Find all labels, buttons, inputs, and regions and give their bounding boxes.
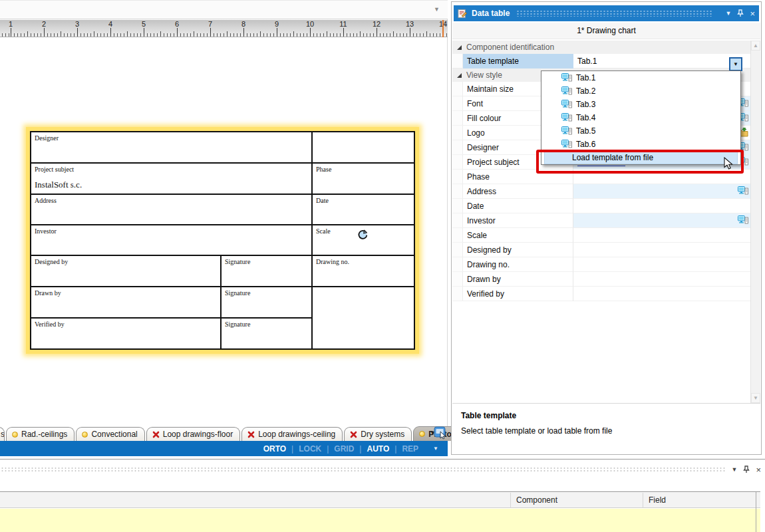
sheet-tab-bar: s Rad.-ceilings Convectional [0,426,448,441]
column-header-end [756,493,760,507]
status-toggle[interactable]: LOCK [286,444,321,454]
property-row[interactable]: Verified by [452,287,750,301]
cell-signature-1[interactable]: Signature [222,256,311,286]
property-row[interactable]: Designed by [452,243,750,257]
load-template-from-file-item[interactable]: Load template from file [544,151,738,164]
panel-close-icon[interactable]: × [750,9,755,18]
panel-titlebar[interactable]: Data table ▼ × [454,5,759,21]
dock-chevron-down-icon[interactable]: ▼ [731,467,737,473]
property-value[interactable] [573,243,750,257]
table-template-label: Table template [463,54,573,68]
horizontal-ruler: 1234567891011121314 [0,20,448,37]
table-template-monitor-icon [561,140,572,149]
property-value[interactable] [573,272,750,287]
collapse-triangle-icon[interactable] [457,45,462,50]
toolbar-chevron-down-icon[interactable]: ▼ [434,6,440,13]
panel-chevron-down-icon[interactable]: ▼ [725,11,731,17]
dropdown-item[interactable]: Tab.4 [541,111,740,124]
cell-signature-3[interactable]: Signature [222,319,311,348]
property-row[interactable]: Investor [452,213,750,228]
sheet-tab[interactable]: Dry systems [344,427,412,441]
collapse-triangle-icon[interactable] [457,73,462,78]
sheet-tab[interactable]: Loop drawings-ceiling [241,427,343,441]
sheet-tab[interactable]: Convectional [76,427,144,441]
cell-merged-empty[interactable] [313,287,414,348]
cell-signature-2[interactable]: Signature [222,287,311,317]
table-template-monitor-icon[interactable] [738,186,748,198]
property-value[interactable] [573,199,750,213]
cell-project-subject[interactable]: Project subject InstalSoft s.c. [31,164,311,194]
dock-pin-icon[interactable] [743,466,750,473]
property-value[interactable] [573,213,750,228]
sheet-tab[interactable]: s [0,427,5,441]
table-template-monitor-icon[interactable] [738,215,748,227]
dropdown-item[interactable]: Tab.6 [541,138,740,151]
ruler-number: 10 [306,20,314,28]
dock-titlebar[interactable]: ▼ × [1,464,761,475]
scroll-down-icon[interactable]: ▼ [751,393,760,403]
panel-scrollbar[interactable]: ▲ ▼ [750,41,760,403]
drawing-canvas[interactable]: ▼ 1234567891011121314 Designer Project s… [0,0,448,456]
sheet-tab[interactable]: Rad.-ceilings [6,427,75,441]
status-toggle[interactable]: REP [389,444,418,454]
cell-designer-value[interactable] [313,132,414,162]
dock-highlight-row[interactable] [0,509,760,532]
table-template-dropdown-button[interactable]: ▼ [729,57,742,71]
cell-phase[interactable]: Phase [313,164,414,194]
status-toggle[interactable]: AUTO [354,444,389,454]
bottom-dock-panel: ▼ × Component Field [0,459,765,532]
property-row[interactable]: Address [452,184,750,199]
statusbar-chevron-icon[interactable]: ▼ [433,446,438,452]
cell-address[interactable]: Address [31,195,311,224]
property-row[interactable]: Drawing no. [452,257,750,272]
titlebar-texture [1,467,725,472]
ruler-number: 6 [175,20,179,28]
property-label: Phase [463,170,573,184]
dropdown-item[interactable]: Tab.2 [541,84,740,98]
property-description: Table template Select table template or … [452,403,760,454]
cell-verified-by[interactable]: Verified by [31,319,220,348]
ruler-number: 4 [108,20,112,28]
property-value[interactable] [573,228,750,243]
printout-pointer-icon[interactable] [434,426,447,442]
property-value[interactable] [573,184,750,199]
table-template-monitor-icon [561,113,572,122]
property-row[interactable]: Phase [452,170,750,184]
dock-table-header: Component Field [0,493,760,508]
rotate-cursor-icon [357,229,369,243]
table-template-row[interactable]: Table template Tab.1 [452,54,750,68]
property-row[interactable]: Scale [452,228,750,243]
dock-table: Component Field [0,491,760,532]
property-value[interactable] [573,257,750,272]
sheet-tab[interactable]: Loop drawings-floor [146,427,240,441]
property-label: Drawn by [463,272,573,287]
bulb-icon [82,432,88,438]
application-window: ▼ 1234567891011121314 Designer Project s… [0,0,765,532]
column-header-field[interactable]: Field [643,493,756,507]
scroll-up-icon[interactable]: ▲ [751,41,760,51]
dropdown-item[interactable]: Tab.3 [541,98,740,111]
cell-drawn-by[interactable]: Drawn by [31,287,220,317]
status-toggle[interactable]: ORTO [263,444,286,454]
panel-pin-icon[interactable] [737,9,744,17]
dropdown-item[interactable]: Tab.1 [541,71,740,84]
property-row[interactable]: Date [452,199,750,213]
cell-designer[interactable]: Designer [31,132,311,162]
cell-designed-by[interactable]: Designed by [31,256,220,286]
ruler-number: 12 [373,20,381,28]
property-row[interactable]: Drawn by [452,272,750,287]
table-template-combobox[interactable]: Tab.1 [573,54,750,68]
cell-drawing-no[interactable]: Drawing no. [313,256,414,286]
red-cross-icon [152,431,160,438]
property-value[interactable] [573,287,750,301]
dropdown-item[interactable]: Tab.5 [541,124,740,138]
cell-date[interactable]: Date [313,195,414,224]
cell-investor[interactable]: Investor [31,225,311,255]
table-template-monitor-icon [561,86,572,96]
property-label: Designed by [463,243,573,257]
group-component-identification[interactable]: Component identification [452,41,750,54]
bulb-icon [419,431,425,437]
column-header-component[interactable]: Component [510,493,643,507]
status-toggle[interactable]: GRID [321,444,354,454]
dock-close-icon[interactable]: × [756,466,761,474]
